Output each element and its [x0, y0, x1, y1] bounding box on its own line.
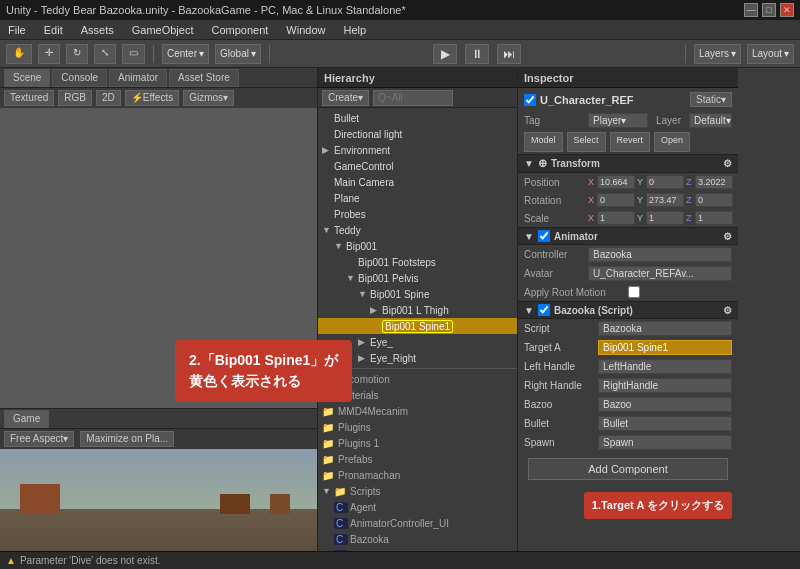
aspect-dropdown[interactable]: Free Aspect▾ [4, 431, 74, 447]
static-button[interactable]: Static▾ [690, 92, 732, 107]
tree-item-agent[interactable]: CAgent [318, 499, 517, 515]
open-button[interactable]: Open [654, 132, 690, 152]
script-enabled-checkbox[interactable] [538, 304, 550, 316]
close-button[interactable]: ✕ [780, 3, 794, 17]
tree-item-probes[interactable]: Probes [318, 206, 517, 222]
tree-item-bip001[interactable]: ▼Bip001 [318, 238, 517, 254]
minimize-button[interactable]: — [744, 3, 758, 17]
animator-section[interactable]: ▼ Animator ⚙ [518, 227, 738, 245]
global-dropdown[interactable]: Global▾ [215, 44, 261, 64]
apply-root-motion-checkbox[interactable] [628, 286, 640, 298]
step-button[interactable]: ⏭ [497, 44, 521, 64]
rotate-tool-button[interactable]: ↻ [66, 44, 88, 64]
tree-item-plane[interactable]: Plane [318, 190, 517, 206]
main-area: Scene Console Animator Asset Store Textu… [0, 68, 800, 569]
bazoo-field[interactable]: Bazoo [598, 397, 732, 412]
tree-item-pelvis[interactable]: ▼Bip001 Pelvis [318, 270, 517, 286]
maximize-button[interactable]: □ [762, 3, 776, 17]
menu-help[interactable]: Help [339, 24, 370, 36]
hand-tool-button[interactable]: ✋ [6, 44, 32, 64]
rotation-z[interactable] [695, 193, 733, 207]
animator-enabled-checkbox[interactable] [538, 230, 550, 242]
script-settings-icon[interactable]: ⚙ [723, 305, 732, 316]
target-a-field[interactable]: Bip001 Spine1 [598, 340, 732, 355]
scale-z[interactable] [695, 211, 733, 225]
tree-item-bullet[interactable]: Bullet [318, 110, 517, 126]
effects-button[interactable]: ⚡Effects [125, 90, 179, 106]
controller-row: Controller Bazooka [518, 245, 738, 264]
tag-dropdown[interactable]: Player▾ [588, 113, 648, 128]
tree-item-scripts[interactable]: ▼📁Scripts [318, 483, 517, 499]
tree-item-environment[interactable]: ▶Environment [318, 142, 517, 158]
rotation-x[interactable] [597, 193, 635, 207]
tree-item-maincamera[interactable]: Main Camera [318, 174, 517, 190]
2d-button[interactable]: 2D [96, 90, 121, 106]
settings-icon[interactable]: ⚙ [723, 158, 732, 169]
animator-settings-icon[interactable]: ⚙ [723, 231, 732, 242]
rgb-button[interactable]: RGB [58, 90, 92, 106]
controller-field[interactable]: Bazooka [588, 247, 732, 262]
object-active-checkbox[interactable] [524, 94, 536, 106]
position-y[interactable] [646, 175, 684, 189]
menu-gameobject[interactable]: GameObject [128, 24, 198, 36]
rotation-y[interactable] [646, 193, 684, 207]
tree-item-lthigh[interactable]: ▶Bip001 L Thigh [318, 302, 517, 318]
tree-item-plugins1[interactable]: 📁Plugins 1 [318, 435, 517, 451]
scale-y[interactable] [646, 211, 684, 225]
model-button[interactable]: Model [524, 132, 563, 152]
textured-button[interactable]: Textured [4, 90, 54, 106]
left-handle-field[interactable]: LeftHandle [598, 359, 732, 374]
tree-item-bazooka-script[interactable]: CBazooka [318, 531, 517, 547]
maximize-button[interactable]: Maximize on Pla... [80, 431, 174, 447]
tree-item-gamecontrol[interactable]: GameControl [318, 158, 517, 174]
layers-dropdown[interactable]: Layers▾ [694, 44, 741, 64]
tree-item-prefabs[interactable]: 📁Prefabs [318, 451, 517, 467]
rect-tool-button[interactable]: ▭ [122, 44, 145, 64]
center-dropdown[interactable]: Center▾ [162, 44, 209, 64]
pause-button[interactable]: ⏸ [465, 44, 489, 64]
gizmos-button[interactable]: Gizmos▾ [183, 90, 234, 106]
window-controls[interactable]: — □ ✕ [744, 3, 794, 17]
spawn-field[interactable]: Spawn [598, 435, 732, 450]
scale-tool-button[interactable]: ⤡ [94, 44, 116, 64]
tree-item-footsteps[interactable]: Bip001 Footsteps [318, 254, 517, 270]
tree-item-pronamachan[interactable]: 📁Pronamachan [318, 467, 517, 483]
menu-window[interactable]: Window [282, 24, 329, 36]
menu-file[interactable]: File [4, 24, 30, 36]
tree-item-teddy[interactable]: ▼Teddy [318, 222, 517, 238]
layout-dropdown[interactable]: Layout▾ [747, 44, 794, 64]
right-handle-field[interactable]: RightHandle [598, 378, 732, 393]
revert-button[interactable]: Revert [610, 132, 651, 152]
box-2 [220, 494, 250, 514]
tree-item-plugins[interactable]: 📁Plugins [318, 419, 517, 435]
select-button[interactable]: Select [567, 132, 606, 152]
menu-edit[interactable]: Edit [40, 24, 67, 36]
play-button[interactable]: ▶ [433, 44, 457, 64]
bullet-field[interactable]: Bullet [598, 416, 732, 431]
add-component-button[interactable]: Add Component [528, 458, 728, 480]
menu-assets[interactable]: Assets [77, 24, 118, 36]
scale-x[interactable] [597, 211, 635, 225]
move-tool-button[interactable]: ✛ [38, 44, 60, 64]
tab-scene[interactable]: Scene [4, 69, 50, 87]
tree-item-mmd4mecanim[interactable]: 📁MMD4Mecanim [318, 403, 517, 419]
script-section[interactable]: ▼ Bazooka (Script) ⚙ 1.Target A をクリックする [518, 301, 738, 319]
tab-console[interactable]: Console [52, 69, 107, 87]
menu-component[interactable]: Component [207, 24, 272, 36]
transform-section[interactable]: ▼ ⊕ Transform ⚙ [518, 154, 738, 173]
hierarchy-search-input[interactable] [373, 90, 453, 106]
tab-animator[interactable]: Animator [109, 69, 167, 87]
position-x[interactable] [597, 175, 635, 189]
hierarchy-create-button[interactable]: Create▾ [322, 90, 369, 106]
right-handle-row: Right Handle RightHandle [518, 376, 738, 395]
avatar-field[interactable]: U_Character_REFAv... [588, 266, 732, 281]
tree-item-spine[interactable]: ▼Bip001 Spine [318, 286, 517, 302]
script-ref-field[interactable]: Bazooka [598, 321, 732, 336]
tab-game[interactable]: Game [4, 410, 49, 428]
position-z[interactable] [695, 175, 733, 189]
tree-item-animcontroller[interactable]: CAnimatorController_UI [318, 515, 517, 531]
tree-item-dirlight[interactable]: Directional light [318, 126, 517, 142]
tree-item-spine1[interactable]: Bip001 Spine1 [318, 318, 517, 334]
layer-dropdown[interactable]: Default▾ [689, 113, 732, 128]
tab-asset-store[interactable]: Asset Store [169, 69, 239, 87]
